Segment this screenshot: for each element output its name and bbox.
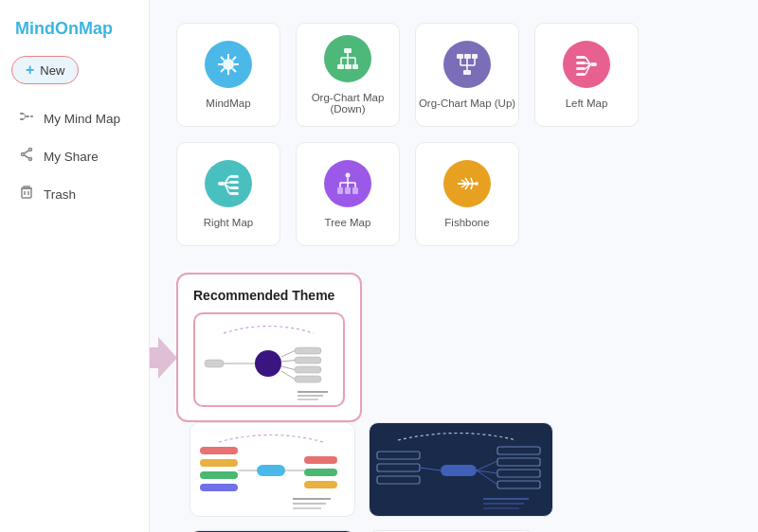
svg-rect-106 [377, 476, 420, 484]
map-type-fishbone[interactable]: Fishbone [415, 142, 519, 246]
svg-rect-50 [218, 182, 225, 186]
sidebar-item-trash[interactable]: Trash [0, 175, 149, 213]
svg-line-21 [233, 57, 237, 61]
svg-rect-25 [345, 64, 352, 69]
trash-label: Trash [44, 187, 76, 202]
svg-line-22 [221, 69, 225, 73]
svg-line-111 [420, 468, 441, 470]
svg-rect-3 [30, 115, 33, 117]
svg-line-20 [233, 69, 237, 73]
fishbone-icon-circle [443, 160, 491, 207]
svg-rect-96 [304, 469, 337, 476]
theme-card-dark-blue[interactable] [369, 422, 553, 517]
svg-point-7 [22, 153, 25, 156]
svg-line-10 [25, 155, 29, 158]
tree-map-label: Tree Map [325, 217, 371, 228]
tree-map-icon-circle [324, 160, 371, 207]
svg-line-19 [221, 57, 225, 61]
svg-rect-52 [229, 181, 239, 184]
svg-rect-107 [497, 447, 540, 454]
svg-rect-108 [497, 458, 540, 466]
mindmap-icon-circle [205, 41, 252, 88]
svg-point-76 [255, 350, 281, 377]
svg-line-85 [281, 366, 295, 370]
svg-rect-105 [377, 464, 420, 471]
svg-rect-97 [304, 481, 337, 488]
map-type-right-map[interactable]: Right Map [176, 142, 280, 246]
theme-card-colorful[interactable] [190, 422, 355, 517]
svg-rect-43 [576, 62, 586, 64]
svg-rect-24 [337, 64, 344, 69]
svg-point-75 [475, 182, 478, 186]
svg-rect-34 [464, 54, 471, 59]
org-chart-up-label: Org-Chart Map (Up) [419, 98, 515, 109]
svg-rect-32 [463, 70, 471, 75]
svg-line-112 [477, 461, 497, 470]
svg-rect-23 [344, 48, 352, 53]
svg-line-4 [24, 114, 26, 116]
logo-text: MindOnMap [15, 19, 113, 38]
recommended-theme-section: Recommended Theme [176, 273, 731, 532]
svg-rect-80 [295, 366, 321, 373]
map-type-tree-map[interactable]: Tree Map [296, 142, 400, 246]
svg-rect-110 [497, 481, 540, 488]
theme-cards-row [193, 312, 345, 407]
svg-line-84 [281, 361, 295, 363]
svg-rect-104 [377, 452, 420, 459]
svg-rect-51 [229, 175, 239, 178]
right-map-label: Right Map [204, 217, 253, 228]
my-mind-map-label: My Mind Map [44, 112, 120, 126]
mind-map-icon [19, 109, 34, 128]
svg-rect-77 [205, 360, 224, 367]
arrow-container [150, 337, 177, 382]
org-chart-down-label: Org-Chart Map (Down) [297, 92, 399, 115]
logo: MindOnMap [0, 11, 149, 56]
svg-rect-78 [295, 347, 321, 354]
fishbone-label: Fishbone [444, 217, 489, 228]
right-map-icon-circle [205, 160, 252, 207]
plus-icon: + [26, 62, 34, 79]
svg-rect-53 [229, 186, 239, 189]
map-type-grid: MindMap Org-Chart Map (Down) Org-Chart M… [176, 23, 731, 246]
svg-rect-61 [345, 187, 351, 194]
svg-rect-60 [337, 187, 343, 194]
map-type-org-chart-up[interactable]: Org-Chart Map (Up) [415, 23, 519, 127]
left-map-label: Left Map [566, 98, 608, 109]
new-label: New [40, 63, 64, 78]
svg-rect-2 [26, 115, 29, 117]
svg-rect-93 [200, 471, 238, 479]
svg-rect-26 [352, 64, 358, 69]
svg-rect-92 [200, 459, 238, 467]
theme-card-light-default[interactable] [193, 312, 345, 407]
share-icon [19, 147, 34, 166]
main-content: MindMap Org-Chart Map (Down) Org-Chart M… [150, 0, 758, 532]
left-map-icon-circle [563, 41, 610, 88]
svg-rect-33 [457, 54, 463, 59]
map-type-mindmap[interactable]: MindMap [176, 23, 280, 127]
sidebar-item-my-mind-map[interactable]: My Mind Map [0, 99, 149, 137]
svg-rect-103 [441, 465, 477, 476]
svg-rect-95 [304, 456, 337, 464]
svg-rect-11 [22, 188, 31, 198]
map-type-org-chart-down[interactable]: Org-Chart Map (Down) [296, 23, 400, 127]
svg-rect-79 [295, 357, 321, 364]
svg-line-5 [24, 116, 26, 119]
svg-rect-1 [20, 118, 24, 120]
svg-rect-35 [472, 54, 478, 59]
mindmap-label: MindMap [206, 98, 250, 109]
svg-rect-90 [257, 465, 285, 476]
svg-rect-109 [497, 470, 540, 477]
svg-point-8 [29, 158, 32, 161]
svg-rect-41 [590, 62, 597, 66]
svg-line-9 [25, 151, 29, 153]
sidebar-item-my-share[interactable]: My Share [0, 137, 149, 175]
recommended-theme-title: Recommended Theme [193, 288, 345, 303]
map-type-left-map[interactable]: Left Map [534, 23, 639, 127]
svg-point-59 [346, 173, 351, 178]
svg-point-14 [223, 59, 234, 70]
new-button[interactable]: + New [11, 56, 79, 84]
svg-rect-44 [576, 67, 586, 70]
svg-rect-0 [20, 113, 24, 115]
org-chart-down-icon-circle [324, 35, 371, 82]
svg-rect-91 [200, 447, 238, 454]
